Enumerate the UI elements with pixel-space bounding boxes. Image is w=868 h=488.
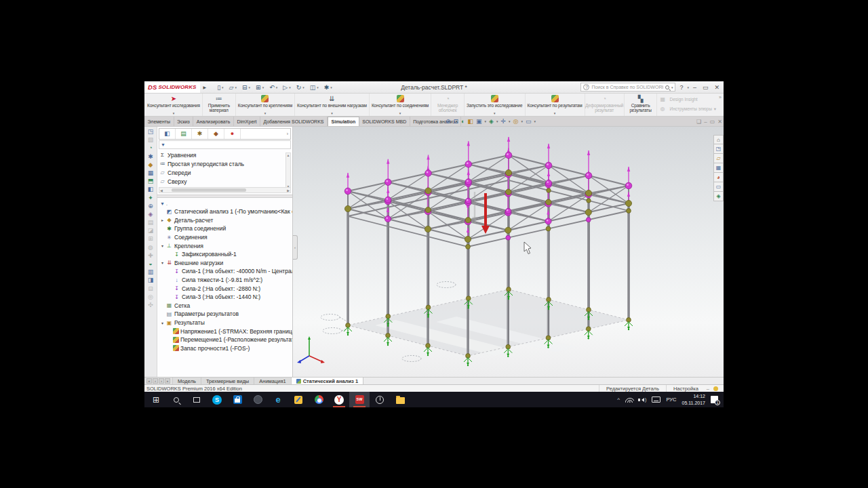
section-view-icon[interactable]: ◧ [468, 118, 474, 125]
command-tab-4[interactable]: Добавления SOLIDWORKS [260, 117, 328, 126]
tool3-icon[interactable]: ◍ [148, 245, 153, 251]
hide-show-icon[interactable]: ✛ [501, 118, 507, 125]
command-tab-3[interactable]: DimXpert [234, 117, 260, 126]
view-orientation-icon[interactable]: ▣ [476, 118, 482, 125]
taskbar-task-view-icon[interactable] [186, 392, 207, 407]
study-tree-item[interactable]: ↧Сила-3 (:На объект: -1440 N:) [157, 293, 292, 302]
mesh-icon[interactable]: ◧ [148, 186, 154, 192]
options-icon[interactable]: ✱▾ [322, 84, 334, 91]
command-tab-1[interactable]: Эскиз [174, 117, 194, 126]
fixtures-icon[interactable]: ✱ [148, 154, 153, 160]
model-tab-2[interactable]: Анимация1 [254, 378, 291, 384]
help-button[interactable]: ? [677, 84, 685, 91]
file-explorer-icon[interactable]: ▦ [713, 163, 724, 173]
status-settings[interactable]: Настройка [666, 385, 705, 392]
resources-icon[interactable]: ◳ [713, 144, 724, 154]
command-tab-0[interactable]: Элементы [144, 117, 174, 126]
custom-properties-icon[interactable]: ▭ [713, 182, 724, 192]
dimxpertmanager-tab[interactable]: ◆ [208, 129, 224, 139]
tree-horizontal-scrollbar[interactable]: ◀▶ [159, 187, 291, 193]
tool1-icon[interactable]: ◪ [148, 228, 154, 234]
command-tab-6[interactable]: SOLIDWORKS MBD [359, 117, 410, 126]
study-tree-item[interactable]: Перемещение1 (-Расположение результата-) [157, 336, 292, 344]
ribbon-run-study[interactable]: Запустить это исследование▾ [465, 94, 526, 116]
new-document-icon[interactable]: ▯▾ [215, 84, 225, 91]
ribbon-loads-advisor[interactable]: ⇊Консультант по внешним нагрузкам▾ [295, 94, 370, 116]
wifi-icon[interactable] [625, 396, 634, 403]
language-indicator[interactable]: РУС [666, 396, 676, 403]
tool10-icon[interactable]: ✣ [148, 302, 153, 308]
graphics-viewport[interactable]: ⌂◳▱▦◕▭◈ ‹ [293, 127, 724, 377]
close-button[interactable]: ✕ [712, 84, 722, 91]
select-icon[interactable]: ▷▾ [281, 84, 292, 91]
file-properties-icon[interactable]: ◫▾ [308, 84, 321, 91]
model-tab-3[interactable]: Статический анализ 1 [292, 378, 363, 384]
taskbar-solidworks-icon[interactable]: SW [349, 392, 370, 407]
minimize-button[interactable]: – [691, 84, 698, 91]
help-search-box[interactable]: ? Поиск в Справке по SOLIDWORKS ▾ [580, 83, 675, 92]
taskbar-start-icon[interactable]: ⊞ [146, 392, 166, 407]
report-icon[interactable]: ◈ [149, 211, 153, 218]
tool2-icon[interactable]: ⊞ [148, 236, 153, 242]
ribbon-expand-icon[interactable]: » [719, 94, 724, 116]
model-tab-nav-3[interactable]: » [165, 378, 170, 384]
open-icon[interactable]: ▱▾ [227, 84, 239, 91]
search-icon[interactable] [665, 85, 669, 89]
zoom-area-icon[interactable]: ⊡ [454, 118, 459, 125]
forum-icon[interactable]: ◈ [713, 192, 724, 201]
study-tree-item[interactable]: Запас прочности1 (-FOS-) [157, 344, 292, 353]
model-tab-nav-2[interactable]: › [159, 378, 164, 384]
touch-keyboard-icon[interactable] [652, 396, 660, 403]
panel-flyout-handle[interactable]: ‹ [293, 235, 298, 260]
tool6-icon[interactable]: ▥ [148, 269, 154, 275]
taskbar-store-icon[interactable] [227, 392, 248, 407]
taskbar-explorer-icon[interactable] [390, 392, 410, 407]
study-tree-item[interactable]: ↧Сила-2 (:На объект: -2880 N:) [157, 284, 292, 293]
taskbar-browser-dark-icon[interactable] [248, 392, 268, 407]
ribbon-results-advisor[interactable]: Консультант по результатам▾ [526, 94, 585, 116]
volume-icon[interactable]: ) [639, 397, 646, 402]
tree-item[interactable]: ≔Простая углеродистая сталь [159, 159, 292, 168]
taskbar-clock-app-icon[interactable] [370, 392, 390, 407]
model-tab-nav-0[interactable]: « [146, 378, 152, 384]
ribbon-fixtures-advisor[interactable]: Консультант по креплениям▾ [236, 94, 295, 116]
compare-icon[interactable]: ▤ [148, 220, 154, 226]
tool5-icon[interactable]: ◒ [149, 261, 152, 267]
notifications-icon[interactable]: 1 [711, 396, 718, 403]
expander-icon[interactable]: ▸ [159, 218, 165, 222]
tree-item[interactable]: ▱Сверху [159, 177, 292, 186]
featuremanager-tab[interactable]: ◧ [159, 129, 176, 139]
ribbon-material[interactable]: ≔Применить материал [203, 94, 236, 116]
study-tree-item[interactable]: ▾⊥Крепления [157, 241, 292, 250]
shell-icon[interactable]: ⬒ [148, 178, 154, 184]
tree-item[interactable]: ΣУравнения [159, 150, 292, 159]
scene-icon[interactable]: ▭ [526, 118, 532, 125]
expander-icon[interactable]: ▾ [159, 321, 165, 325]
model-tab-nav-1[interactable]: ‹ [153, 378, 158, 384]
expander-icon[interactable]: ▾ [159, 260, 165, 265]
previous-view-icon[interactable]: ◐ [461, 118, 465, 125]
doc-restore-icon[interactable]: ❏ [696, 119, 701, 125]
study-tree-item[interactable]: ↧Сила-1 (:На объект: -40000 N/m - Центра… [157, 267, 292, 276]
display-style-icon[interactable]: ◈ [489, 118, 494, 125]
ribbon-connections-advisor[interactable]: Консультант по соединениям▾ [370, 94, 431, 116]
displaymanager-tab[interactable]: ● [224, 129, 241, 139]
run-icon[interactable]: ✦ [148, 195, 153, 201]
taskbar-skype-icon[interactable]: S [207, 392, 227, 407]
help-dropdown-icon[interactable]: ▾ [687, 85, 689, 89]
doc-minimize-icon[interactable]: – [704, 119, 707, 125]
study-tree-item[interactable]: Напряжение1 (-STRMAX: Верхняя граница ос… [157, 327, 292, 336]
study-tree-item[interactable]: ◩Статический анализ 1 (-По умолчанию<Как… [157, 207, 292, 216]
undo-icon[interactable]: ↶▾ [267, 84, 279, 91]
study-tree-item[interactable]: ▤Параметры результатов [157, 310, 292, 319]
study-tree-item[interactable]: ▾▣Результаты [157, 319, 292, 327]
command-tab-2[interactable]: Анализировать [193, 117, 234, 126]
tree-vertical-scrollbar[interactable]: ▲▼ [285, 152, 291, 189]
plot-icon[interactable]: ⊕ [148, 203, 153, 209]
simulation-icon[interactable]: ◔ [149, 145, 152, 151]
taskbar-search-icon[interactable] [166, 392, 186, 407]
connections-icon[interactable]: ▦ [148, 170, 154, 176]
tray-expand-icon[interactable]: ^ [617, 396, 620, 403]
ribbon-compare-results[interactable]: ▚Сравнить результаты [625, 94, 658, 116]
tool8-icon[interactable]: ⊟ [148, 286, 153, 292]
